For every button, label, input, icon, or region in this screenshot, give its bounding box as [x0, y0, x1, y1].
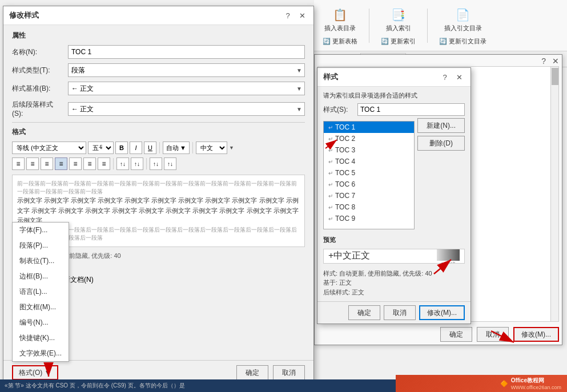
style-item-toc5[interactable]: ↵ TOC 5 [324, 167, 414, 179]
align-center-btn[interactable]: ≡ [26, 157, 39, 170]
toc5-label: TOC 5 [335, 169, 355, 177]
outer-cancel-button[interactable]: 取消 [477, 327, 509, 342]
style-input[interactable]: TOC 1 [357, 103, 465, 116]
style-item-toc9[interactable]: ↵ TOC 9 [324, 213, 414, 224]
italic-button[interactable]: I [130, 142, 142, 154]
format-button[interactable]: 格式(O) ▼ [12, 365, 58, 380]
style-dialog-body: 请为索引或目录项选择合适的样式 样式(S): TOC 1 ↵ TOC 1 ↵ T… [317, 87, 471, 301]
toc8-arrow: ↵ [328, 204, 333, 211]
outer-dialog-close[interactable]: ✕ [552, 56, 559, 66]
name-input[interactable] [68, 45, 305, 59]
office-logo: 🔶 [500, 380, 508, 387]
style-list[interactable]: ↵ TOC 1 ↵ TOC 2 ↵ TOC 3 ↵ TOC 4 ↵ TOC [323, 121, 415, 229]
update-index-button[interactable]: 🔄 更新索引 [378, 36, 419, 47]
insert-index-button[interactable]: 📑 插入索引 [383, 4, 415, 34]
style-item-toc8[interactable]: ↵ TOC 8 [324, 201, 414, 213]
toc7-arrow: ↵ [328, 193, 333, 199]
style-info-line1: 样式: 自动更新, 使用前隐藏, 优先级: 40 [323, 269, 465, 278]
toc5-arrow: ↵ [328, 170, 333, 176]
menu-text-effect[interactable]: 文字效果(E)... [13, 346, 69, 361]
outer-modify-label: 修改(M)... [521, 330, 551, 338]
modify-ok-button[interactable]: 确定 [236, 365, 268, 380]
update-cite-label: 更新引文目录 [449, 37, 486, 46]
ribbon-cite-group: 📄 插入引文目录 🔄 更新引文目录 [436, 4, 489, 47]
outer-modify-button[interactable]: 修改(M)... [513, 327, 559, 342]
context-menu: 字体(F)... 段落(P)... 制表位(T)... 边框(B)... 语言(… [12, 222, 69, 362]
align-5-btn[interactable]: ≡ [69, 157, 82, 170]
update-cite-button[interactable]: 🔄 更新引文目录 [436, 36, 489, 47]
style-item-toc4[interactable]: ↵ TOC 4 [324, 156, 414, 167]
ribbon-index-group: 📑 插入索引 🔄 更新索引 [378, 4, 419, 47]
align-6-btn[interactable]: ≡ [83, 157, 96, 170]
style-type-select[interactable]: 段落 [68, 63, 305, 77]
next-para-select[interactable]: ← 正文 [68, 102, 305, 116]
font-family-select[interactable]: 等线 (中文正文 [12, 142, 86, 154]
toolbar-divider-2 [192, 142, 193, 153]
language-select[interactable]: 中文 [196, 142, 227, 154]
align-justify-btn[interactable]: ≡ [55, 157, 67, 170]
next-para-row: 后续段落样式(S): ← 正文 ▼ [12, 100, 305, 118]
properties-section: 属性 名称(N): 样式类型(T): 段落 ▼ 样式基准(B): [12, 31, 305, 118]
style-dialog-close-icon[interactable]: ✕ [453, 71, 465, 83]
indent-increase-btn[interactable]: ↑↓ [116, 157, 129, 170]
insert-toc-label: 插入表目录 [324, 24, 356, 33]
office-main-text: Office教程网 [511, 377, 561, 385]
style-item-toc2[interactable]: ↵ TOC 2 [324, 133, 414, 144]
menu-font[interactable]: 字体(F)... [13, 223, 69, 238]
modify-cancel-button[interactable]: 取消 [273, 365, 305, 380]
format-title: 格式 [12, 127, 305, 137]
style-item-toc6[interactable]: ↵ TOC 6 [324, 179, 414, 190]
menu-shortcut[interactable]: 快捷键(K)... [13, 330, 69, 346]
menu-frame[interactable]: 图文框(M)... [13, 300, 69, 315]
style-item-toc7[interactable]: ↵ TOC 7 [324, 190, 414, 201]
bold-button[interactable]: B [115, 142, 128, 154]
outer-dialog-help[interactable]: ? [541, 56, 546, 66]
toc6-arrow: ↵ [328, 181, 333, 188]
align-left-btn[interactable]: ≡ [12, 157, 25, 170]
menu-numbering[interactable]: 编号(N)... [13, 315, 69, 330]
style-dialog: 样式 ? ✕ 请为索引或目录项选择合适的样式 样式(S): TOC 1 ↵ TO… [317, 67, 471, 324]
update-index-label: 更新索引 [391, 37, 416, 46]
style-item-toc3[interactable]: ↵ TOC 3 [324, 144, 414, 156]
name-row: 名称(N): [12, 45, 305, 59]
outer-dialog-scrollbar[interactable] [550, 67, 558, 321]
align-right-btn[interactable]: ≡ [41, 157, 53, 170]
style-ok-button[interactable]: 确定 [348, 305, 380, 320]
outer-dialog-footer: 确定 取消 修改(M)... [440, 327, 559, 342]
insert-cite-button[interactable]: 📄 插入引文目录 [441, 4, 485, 34]
style-base-select[interactable]: ← 正文 [68, 82, 305, 95]
scrollbar-thumb[interactable] [552, 68, 558, 85]
style-cancel-button[interactable]: 取消 [384, 305, 416, 320]
modify-close-icon[interactable]: ✕ [296, 10, 308, 21]
indent-btn-4[interactable]: ↑↓ [164, 157, 176, 170]
style-modify-button[interactable]: 修改(M)... [419, 305, 465, 320]
menu-para[interactable]: 段落(P)... [13, 238, 69, 253]
outer-ok-button[interactable]: 确定 [440, 327, 472, 342]
spacing-btn[interactable]: ↑↓ [150, 157, 162, 170]
style-item-toc1[interactable]: ↵ TOC 1 [324, 122, 414, 133]
preview-gradient-inner [437, 249, 460, 261]
underline-button[interactable]: U [144, 142, 156, 154]
style-base-select-wrapper: ← 正文 ▼ [68, 82, 305, 95]
modify-help-icon[interactable]: ? [282, 10, 293, 21]
menu-tab[interactable]: 制表位(T)... [13, 253, 69, 269]
delete-style-button[interactable]: 删除(D) [417, 136, 465, 151]
align-divider [113, 158, 114, 169]
align-7-btn[interactable]: ≡ [98, 157, 110, 170]
update-table-button[interactable]: 🔄 更新表格 [320, 36, 360, 47]
insert-toc-button[interactable]: 📋 插入表目录 [321, 4, 359, 34]
menu-lang[interactable]: 语言(L)... [13, 284, 69, 300]
font-size-select[interactable]: 五号 [88, 142, 114, 154]
office-bar: 🔶 Office教程网 WWW.office26an.com [396, 375, 567, 392]
menu-border[interactable]: 边框(B)... [13, 269, 69, 284]
indent-decrease-btn[interactable]: ↑↓ [131, 157, 143, 170]
style-base-label: 样式基准(B): [12, 84, 63, 94]
status-bar: «第 节» 这令文共有 CSO 页，令前到在令 (CS9) 页。各节的今后（）是 [0, 379, 396, 392]
font-color-btn[interactable]: 自动 ▼ [163, 142, 190, 154]
toc4-arrow: ↵ [328, 159, 333, 165]
new-style-button[interactable]: 新建(N)... [417, 118, 465, 133]
style-dialog-help-icon[interactable]: ? [439, 71, 451, 83]
toc9-label: TOC 9 [335, 215, 355, 223]
toc1-label: TOC 1 [335, 123, 355, 131]
properties-title: 属性 [12, 31, 305, 41]
